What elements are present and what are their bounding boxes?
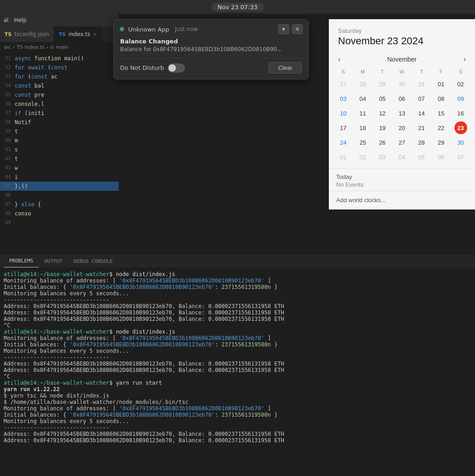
cal-day-19[interactable]: 19	[376, 121, 389, 134]
terminal-line: Address: 0x8F479195645BEBD3b108B6062D081…	[4, 367, 471, 373]
notification-app-name: Unknown App	[128, 26, 169, 33]
terminal-line: Monitoring balances every 5 seconds...	[4, 418, 471, 424]
terminal-tab-output[interactable]: OUTPUT	[39, 255, 68, 267]
terminal-line: atilla@e14:~/base-wallet-watcher$ yarn r…	[4, 380, 471, 386]
calendar-next-button[interactable]: ›	[461, 54, 469, 64]
cal-day-03-next[interactable]: 03	[376, 151, 389, 163]
calendar-dow-row: S M T W T F S	[333, 67, 470, 76]
cal-day-28-prev[interactable]: 28	[356, 78, 369, 90]
tab-index-ts[interactable]: TS index.ts ✕	[54, 26, 101, 42]
cal-day-13[interactable]: 13	[396, 107, 408, 120]
terminal-line: ^C	[4, 322, 471, 329]
cal-day-11[interactable]: 11	[356, 107, 369, 120]
cal-day-18[interactable]: 18	[356, 121, 369, 134]
cal-day-22[interactable]: 22	[435, 121, 448, 134]
cal-day-07-next[interactable]: 07	[454, 151, 467, 163]
cal-day-03[interactable]: 03	[337, 92, 349, 105]
cal-day-27-prev[interactable]: 27	[337, 78, 349, 90]
terminal-line: --------------------------------	[4, 297, 471, 303]
notification-collapse-button[interactable]: ▾	[278, 24, 289, 34]
notification-close-button[interactable]: ✕	[292, 24, 303, 34]
dnd-section: Do Not Disturb	[120, 63, 185, 73]
cal-day-21[interactable]: 21	[415, 121, 428, 134]
cal-day-30-prev[interactable]: 30	[396, 78, 408, 90]
cal-day-07[interactable]: 07	[415, 92, 428, 105]
calendar-world-clocks-section: Add world clocks...	[329, 191, 475, 209]
notification-footer: Do Not Disturb Clear	[114, 58, 308, 79]
tab-index-label: index.ts	[69, 31, 90, 37]
calendar-today-section: Today No Events	[329, 168, 475, 191]
cal-day-26[interactable]: 26	[376, 136, 389, 149]
terminal-line: --------------------------------	[4, 354, 471, 361]
code-line-40: 40 m	[0, 136, 119, 145]
code-line-37: 37 if (initi	[0, 109, 119, 118]
terminal-line: Address: 0x8F479195645BEBD3b108B6062D081…	[4, 361, 471, 367]
dnd-toggle[interactable]	[168, 63, 185, 73]
cal-day-04[interactable]: 04	[356, 92, 369, 105]
cal-day-12[interactable]: 12	[376, 107, 389, 120]
terminal-tab-debug[interactable]: DEBUG CONSOLE	[68, 255, 118, 267]
notification-body: Balance Changed Balance for 0x8F47919564…	[114, 37, 308, 58]
cal-day-17[interactable]: 17	[337, 121, 349, 134]
topbar-datetime: Nov 23 07:33	[211, 3, 264, 11]
calendar-week-2: 03 04 05 06 07 08 09	[333, 92, 470, 105]
calendar-week-3: 10 11 12 13 14 15 16	[333, 106, 470, 120]
calendar-month-label: November	[387, 56, 417, 63]
tab-close-icon[interactable]: ✕	[93, 32, 97, 37]
cal-day-08[interactable]: 08	[435, 92, 448, 105]
cal-day-02-next[interactable]: 02	[356, 151, 369, 163]
calendar-full-date: November 23 2024	[338, 35, 466, 47]
calendar-widget: Saturday November 23 2024 ‹ November › S…	[329, 19, 475, 209]
menu-item-help[interactable]: Help	[14, 17, 26, 23]
calendar-prev-button[interactable]: ‹	[335, 54, 343, 64]
terminal-line: Address: 0x8F479195645BEBD3b108B6062D081…	[4, 431, 471, 437]
cal-day-01-next[interactable]: 01	[337, 151, 349, 163]
cal-day-06[interactable]: 06	[396, 92, 408, 105]
cal-day-24[interactable]: 24	[337, 136, 349, 149]
cal-day-25[interactable]: 25	[356, 136, 369, 149]
code-line-35: 35 const pre	[0, 90, 119, 99]
cal-day-10[interactable]: 10	[337, 107, 349, 120]
tab-tsconfig[interactable]: TS tsconfig.json	[0, 26, 54, 42]
terminal: PROBLEMS OUTPUT DEBUG CONSOLE atilla@e14…	[0, 255, 475, 476]
cal-day-05[interactable]: 05	[376, 92, 389, 105]
cal-day-09[interactable]: 09	[454, 92, 467, 105]
terminal-line: Address: 0x8F479195645BEBD3b108B6062D081…	[4, 303, 471, 309]
cal-day-16[interactable]: 16	[454, 107, 467, 120]
dow-tue: T	[373, 67, 392, 76]
cal-day-04-next[interactable]: 04	[396, 151, 408, 163]
cal-day-02[interactable]: 02	[454, 78, 467, 90]
calendar-grid: S M T W T F S 27 28 29 30 31 01 02 03 04…	[329, 67, 475, 168]
editor-menubar: al Help	[0, 14, 119, 26]
code-line-47: 47 } else {	[0, 200, 119, 209]
editor-area: al Help TS tsconfig.json TS index.ts ✕ s…	[0, 14, 119, 256]
editor-code: 31async function main() 32 for await (co…	[0, 52, 119, 229]
cal-day-27[interactable]: 27	[396, 136, 408, 149]
cal-day-20[interactable]: 20	[396, 121, 408, 134]
cal-day-05-next[interactable]: 05	[415, 151, 428, 163]
terminal-line: ^C	[4, 373, 471, 380]
menu-item-al[interactable]: al	[4, 17, 9, 23]
terminal-prompt: atilla@e14:~/base-wallet-watcher	[4, 271, 109, 277]
code-line-46: 46	[0, 191, 119, 200]
calendar-today-label: Today	[336, 173, 468, 180]
cal-day-01[interactable]: 01	[435, 78, 448, 90]
terminal-line: Monitoring balances every 5 seconds...	[4, 290, 471, 297]
cal-day-29-prev[interactable]: 29	[376, 78, 389, 90]
notification-title: Balance Changed	[120, 38, 302, 45]
cal-day-15[interactable]: 15	[435, 107, 448, 120]
cal-day-06-next[interactable]: 06	[435, 151, 448, 163]
dnd-label: Do Not Disturb	[120, 64, 164, 71]
cal-day-30[interactable]: 30	[454, 136, 467, 149]
add-world-clocks-button[interactable]: Add world clocks...	[336, 197, 385, 204]
clear-button[interactable]: Clear	[269, 62, 302, 73]
cal-day-28[interactable]: 28	[415, 136, 428, 149]
cal-day-31-prev[interactable]: 31	[415, 78, 428, 90]
cal-day-23-today[interactable]: 23	[454, 121, 467, 134]
terminal-tab-problems[interactable]: PROBLEMS	[4, 255, 39, 267]
dow-wed: W	[392, 67, 412, 76]
app-icon: ❋	[119, 26, 125, 33]
cal-day-29[interactable]: 29	[435, 136, 448, 149]
notification-text: Balance for 0x8F479195645BEBD3b108B6062D…	[120, 46, 302, 52]
cal-day-14[interactable]: 14	[415, 107, 428, 120]
